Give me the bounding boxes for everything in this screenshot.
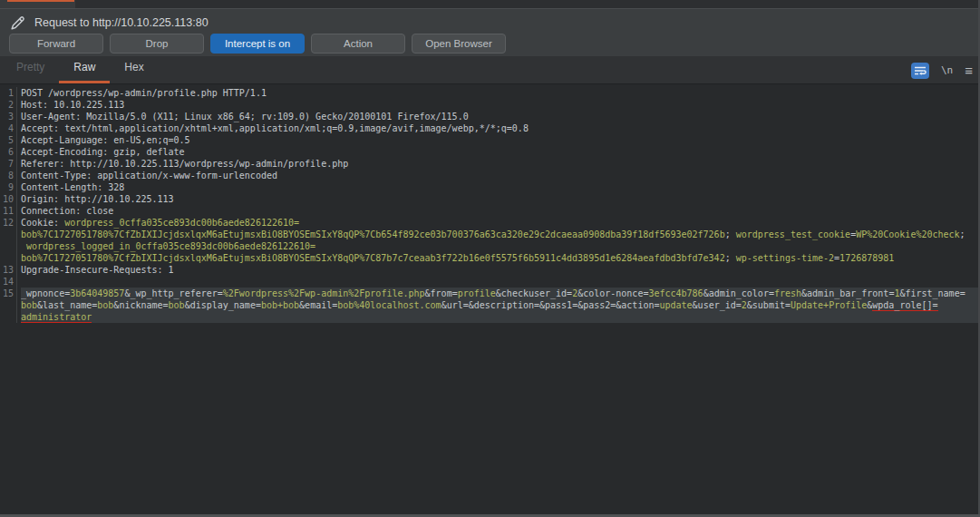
line-number: 3 — [0, 111, 17, 122]
forward-button[interactable]: Forward — [9, 34, 103, 54]
code-line-text[interactable]: _wpnonce=3b64049857&_wp_http_referer=%2F… — [21, 288, 980, 299]
line-number: 2 — [0, 99, 17, 111]
code-line-text[interactable]: Referer: http://10.10.225.113/wordpress/… — [21, 158, 980, 170]
line-number: 12 — [0, 217, 17, 229]
line-number — [0, 299, 17, 311]
editor-menu-icon[interactable]: ≡ — [965, 63, 973, 77]
edit-pencil-icon — [9, 15, 26, 32]
request-title: Request to http://10.10.225.113:80 — [34, 16, 209, 29]
line-number: 5 — [0, 134, 17, 146]
tab-raw[interactable]: Raw — [59, 53, 110, 83]
code-line[interactable]: 8Content-Type: application/x-www-form-ur… — [0, 170, 980, 181]
code-line-text[interactable]: Cookie: wordpress_0cffa035ce893dc00b6aed… — [21, 217, 980, 229]
code-line[interactable]: 4Accept: text/html,application/xhtml+xml… — [0, 122, 980, 134]
code-line[interactable]: 6Accept-Encoding: gzip, deflate — [0, 146, 980, 158]
code-line-text[interactable]: Host: 10.10.225.113 — [21, 99, 980, 111]
intercept-toolbar: Forward Drop Intercept is on Action Open… — [9, 34, 506, 54]
code-line[interactable]: bob%7C1727051780%7CfZbIXIJcjdsxlqxM6aEtu… — [0, 252, 980, 264]
code-line[interactable]: wordpress_logged_in_0cffa035ce893dc00b6a… — [0, 240, 980, 252]
code-line[interactable]: 15_wpnonce=3b64049857&_wp_http_referer=%… — [0, 288, 980, 299]
code-line-text[interactable]: Accept-Language: en-US,en;q=0.5 — [21, 134, 980, 146]
window-top-edge — [0, 0, 980, 8]
code-line[interactable]: 9Content-Length: 328 — [0, 181, 980, 193]
code-line[interactable]: bob%7C1727051780%7CfZbIXIJcjdsxlqxM6aEtu… — [0, 229, 980, 240]
code-line-text[interactable]: Content-Length: 328 — [21, 181, 980, 193]
code-line[interactable]: 10Origin: http://10.10.225.113 — [0, 193, 980, 205]
code-line[interactable]: 5Accept-Language: en-US,en;q=0.5 — [0, 134, 980, 146]
code-line-text[interactable]: bob&last_name=bob&nickname=bob&display_n… — [21, 299, 980, 311]
line-number: 7 — [0, 158, 17, 170]
drop-button[interactable]: Drop — [110, 34, 204, 54]
message-view-tabbar: Pretty Raw Hex \n ≡ — [0, 56, 980, 84]
line-number: 9 — [0, 181, 17, 193]
line-number — [0, 240, 17, 252]
code-line[interactable]: 14 — [0, 276, 980, 288]
code-line[interactable]: 7Referer: http://10.10.225.113/wordpress… — [0, 158, 980, 170]
burp-intercept-window: Request to http://10.10.225.113:80 Forwa… — [0, 0, 980, 517]
code-line[interactable]: 2Host: 10.10.225.113 — [0, 99, 980, 111]
code-line[interactable]: 3User-Agent: Mozilla/5.0 (X11; Linux x86… — [0, 111, 980, 122]
code-line[interactable]: 11Connection: close — [0, 205, 980, 217]
code-line-text[interactable]: Origin: http://10.10.225.113 — [21, 193, 980, 205]
line-number: 14 — [0, 276, 17, 288]
tab-pretty[interactable]: Pretty — [2, 53, 59, 83]
line-number: 15 — [0, 288, 17, 299]
code-line-text[interactable] — [21, 276, 980, 288]
code-line-text[interactable]: POST /wordpress/wp-admin/profile.php HTT… — [21, 87, 980, 99]
line-number: 13 — [0, 264, 17, 276]
line-number — [0, 229, 17, 240]
line-number: 10 — [0, 193, 17, 205]
code-line[interactable]: administrator — [0, 311, 980, 323]
code-line[interactable]: 12Cookie: wordpress_0cffa035ce893dc00b6a… — [0, 217, 980, 229]
editor-view-icons: \n ≡ — [911, 56, 973, 84]
line-number: 6 — [0, 146, 17, 158]
code-line-text[interactable]: Upgrade-Insecure-Requests: 1 — [21, 264, 980, 276]
newline-chars-toggle-icon[interactable]: \n — [941, 64, 953, 76]
code-line[interactable]: bob&last_name=bob&nickname=bob&display_n… — [0, 299, 980, 311]
line-number: 4 — [0, 122, 17, 134]
code-line-text[interactable]: wordpress_logged_in_0cffa035ce893dc00b6a… — [21, 240, 980, 252]
action-button[interactable]: Action — [311, 34, 405, 54]
line-number — [0, 311, 17, 323]
code-line[interactable]: 13Upgrade-Insecure-Requests: 1 — [0, 264, 980, 276]
line-number: 1 — [0, 87, 17, 99]
tab-hex[interactable]: Hex — [110, 53, 158, 83]
open-browser-button[interactable]: Open Browser — [412, 34, 506, 54]
code-line-text[interactable]: Connection: close — [21, 205, 980, 217]
code-line-text[interactable]: bob%7C1727051780%7CfZbIXIJcjdsxlqxM6aEtu… — [21, 229, 980, 240]
code-line-text[interactable]: Content-Type: application/x-www-form-url… — [21, 170, 980, 181]
intercept-toggle-button[interactable]: Intercept is on — [210, 34, 305, 54]
request-title-row: Request to http://10.10.225.113:80 — [9, 12, 209, 34]
code-line-text[interactable]: administrator — [21, 311, 980, 323]
code-line-text[interactable]: bob%7C1727051780%7CfZbIXIJcjdsxlqxM6aEtu… — [21, 252, 980, 264]
code-line-text[interactable]: Accept: text/html,application/xhtml+xml,… — [21, 122, 980, 134]
code-line[interactable]: 1POST /wordpress/wp-admin/profile.php HT… — [0, 87, 980, 99]
code-area[interactable]: 1POST /wordpress/wp-admin/profile.php HT… — [0, 85, 980, 514]
line-number: 8 — [0, 170, 17, 181]
line-number: 11 — [0, 205, 17, 217]
active-tool-tab-indicator — [7, 0, 74, 2]
line-number — [0, 252, 17, 264]
word-wrap-toggle-icon[interactable] — [911, 63, 929, 79]
intercept-header: Request to http://10.10.225.113:80 Forwa… — [0, 8, 980, 56]
code-line-text[interactable]: Accept-Encoding: gzip, deflate — [21, 146, 980, 158]
code-line-text[interactable]: User-Agent: Mozilla/5.0 (X11; Linux x86_… — [21, 111, 980, 122]
